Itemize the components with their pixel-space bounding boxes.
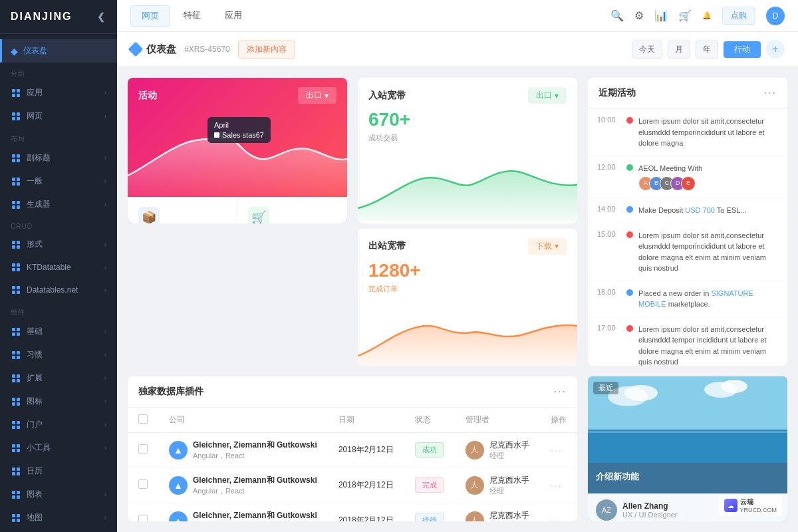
settings-icon[interactable]: ⚙ xyxy=(634,9,644,22)
ordered-icon: 🛒 xyxy=(248,207,269,223)
row-checkbox[interactable] xyxy=(138,444,148,454)
chevron-icon: › xyxy=(104,89,106,96)
inbound-chart xyxy=(358,148,577,223)
sidebar-item-general[interactable]: 一般 › xyxy=(0,170,117,193)
row-action-button[interactable]: ··· xyxy=(551,515,563,522)
page-title: 仪表盘 xyxy=(130,43,176,56)
inbound-title: 入站宽带 xyxy=(368,90,406,102)
company-cell: ▲ Gleichner, Ziemann和 Gutkowski Angular，… xyxy=(169,475,317,496)
add-content-button[interactable]: 添加新内容 xyxy=(238,41,295,59)
date-year-button[interactable]: 年 xyxy=(696,41,718,59)
row-checkbox[interactable] xyxy=(138,515,148,521)
svg-rect-7 xyxy=(588,431,787,433)
row-checkbox[interactable] xyxy=(138,479,148,489)
sidebar-item-dashboard[interactable]: ◆ 仪表盘 xyxy=(0,39,117,63)
date-month-button[interactable]: 月 xyxy=(668,41,690,59)
recent-title: 近期活动 xyxy=(598,87,636,99)
sidebar-item-calendar[interactable]: 日历 xyxy=(0,460,117,483)
sidebar-item-subtitle[interactable]: 副标题 › xyxy=(0,146,117,170)
manager-cell: 人 尼克西水手 经理 xyxy=(466,440,529,461)
collapse-button[interactable]: ❮ xyxy=(97,11,106,22)
content-area: 活动 出口 ▾ April Sales stas67 xyxy=(117,67,798,532)
chevron-icon: › xyxy=(104,398,106,405)
chevron-icon: › xyxy=(104,112,106,120)
dashboard-icon: ◆ xyxy=(11,46,18,57)
sidebar-label-form: 形式 xyxy=(27,239,43,250)
inbound-header: 入站宽带 出口 ▾ xyxy=(358,78,577,109)
table-row: ▲ Gleichner, Ziemann和 Gutkowski Angular，… xyxy=(128,432,577,467)
sidebar-label-map: 地图 xyxy=(27,512,43,523)
sidebar-item-chart[interactable]: 图表 › xyxy=(0,483,117,506)
recent-header: 近期活动 ··· xyxy=(588,78,787,109)
data-table: 公司 日期 状态 管理者 操作 ▲ Gl xyxy=(128,408,577,522)
sidebar-label-general: 一般 xyxy=(27,176,43,187)
page-header-right: 今天 月 年 行动 + xyxy=(632,40,785,59)
chart-tooltip: April Sales stas67 xyxy=(207,117,271,143)
meeting-avatars: A B C D E xyxy=(638,176,778,191)
svg-point-6 xyxy=(721,380,747,393)
search-icon[interactable]: 🔍 xyxy=(610,9,624,22)
sidebar-item-webpage[interactable]: 网页 › xyxy=(0,104,117,128)
table-header: 独家数据库插件 ··· xyxy=(128,376,577,408)
cart-icon[interactable]: 🛒 xyxy=(678,9,692,22)
company-logo: ▲ xyxy=(169,511,188,522)
inbound-export-button[interactable]: 出口 ▾ xyxy=(528,87,567,104)
chevron-icon: › xyxy=(104,201,106,208)
photo-background: 最近 xyxy=(588,376,787,463)
company-cell: ▲ Gleichner, Ziemann和 Gutkowski Angular，… xyxy=(169,440,317,461)
plus-button[interactable]: + xyxy=(766,40,785,59)
recent-menu-button[interactable]: ··· xyxy=(764,87,777,99)
sidebar-item-basic[interactable]: 基础 › xyxy=(0,320,117,343)
sidebar-item-app[interactable]: 应用 › xyxy=(0,81,117,104)
row-action-button[interactable]: ··· xyxy=(551,445,563,456)
activity-card: 活动 出口 ▾ April Sales stas67 xyxy=(128,78,347,223)
chevron-icon: › xyxy=(104,351,106,358)
chevron-icon: › xyxy=(104,491,106,498)
col-action: 操作 xyxy=(540,408,577,433)
purchase-button[interactable]: 点购 xyxy=(722,7,755,25)
company-logo: ▲ xyxy=(169,441,188,460)
page-header: 仪表盘 #XRS-45670 添加新内容 今天 月 年 行动 + xyxy=(117,32,798,67)
row-action-button[interactable]: ··· xyxy=(551,480,563,491)
sidebar-label-generator: 生成器 xyxy=(27,199,51,210)
sidebar-item-map[interactable]: 地图 › xyxy=(0,506,117,529)
sidebar-item-form[interactable]: 形式 › xyxy=(0,233,117,256)
chart-icon[interactable]: 📊 xyxy=(654,9,668,22)
sidebar-label-app: 应用 xyxy=(27,87,43,98)
select-all-checkbox[interactable] xyxy=(138,414,148,424)
tab-app[interactable]: 应用 xyxy=(214,5,253,27)
outbound-title: 出站宽带 xyxy=(368,240,406,252)
action-button[interactable]: 行动 xyxy=(724,41,761,58)
svg-point-4 xyxy=(624,385,658,401)
date-cell: 2018年2月12日 xyxy=(328,432,404,467)
dot-green xyxy=(626,164,633,171)
sidebar-item-generator[interactable]: 生成器 › xyxy=(0,193,117,216)
table-title: 独家数据库插件 xyxy=(138,386,203,398)
chevron-icon: › xyxy=(104,421,106,428)
tab-feature[interactable]: 特征 xyxy=(173,5,211,27)
sidebar-item-portal[interactable]: 门户 › xyxy=(0,413,117,436)
sidebar-item-habit[interactable]: 习惯 › xyxy=(0,343,117,366)
activity-export-button[interactable]: 出口 ▾ xyxy=(298,87,336,104)
page-id: #XRS-45670 xyxy=(184,45,230,54)
table-menu-button[interactable]: ··· xyxy=(554,386,567,398)
timeline-item: 17:00 Lorem ipsum dolor sit amit,consect… xyxy=(588,317,787,366)
sidebar-item-ktdatatable[interactable]: KTDatatable › xyxy=(0,256,117,279)
user-avatar[interactable]: D xyxy=(766,7,785,25)
sidebar: DIANJING ❮ ◆ 仪表盘 分组 应用 › 网页 › 布局 副标题 › xyxy=(0,0,117,532)
photo-info: 介绍新功能 xyxy=(588,463,787,493)
sidebar-item-datatables[interactable]: Datatables.net › xyxy=(0,279,117,301)
sidebar-label-calendar: 日历 xyxy=(27,466,43,477)
sidebar-item-extend[interactable]: 扩展 › xyxy=(0,366,117,390)
outbound-export-button[interactable]: 下载 ▾ xyxy=(528,238,567,255)
page-header-left: 仪表盘 #XRS-45670 添加新内容 xyxy=(130,41,295,59)
sidebar-item-widget[interactable]: 小工具 › xyxy=(0,436,117,460)
sidebar-item-icons[interactable]: 图标 › xyxy=(0,390,117,413)
person-name: Allen Zhang xyxy=(622,501,678,511)
chevron-icon: › xyxy=(104,514,106,521)
timeline-item: 12:00 AEOL Meeting With A B C D E xyxy=(588,156,787,199)
date-today-button[interactable]: 今天 xyxy=(632,41,662,59)
sidebar-label-subtitle: 副标题 xyxy=(27,152,51,164)
tab-webpage[interactable]: 网页 xyxy=(130,5,170,27)
date-cell: 2018年2月12日 xyxy=(328,503,404,521)
